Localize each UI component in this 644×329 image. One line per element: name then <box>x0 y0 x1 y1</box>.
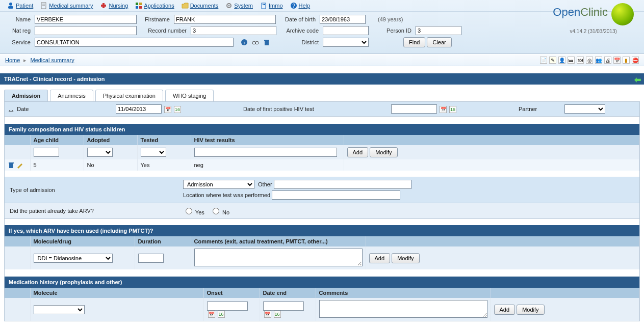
recnum-field[interactable] <box>191 26 276 35</box>
note-icon[interactable]: 📄 <box>540 57 547 64</box>
adopted-select[interactable] <box>87 148 113 157</box>
duration-input[interactable] <box>138 254 164 263</box>
calendar-picker-icon[interactable]: 📅 <box>164 106 171 113</box>
molecule-select[interactable]: DDI = Didanosine <box>34 254 113 263</box>
location-field[interactable] <box>272 190 400 200</box>
label-personid: Person ID <box>381 28 411 34</box>
menu-system[interactable]: System <box>225 2 253 9</box>
binoculars-icon[interactable] <box>252 39 259 46</box>
arv-question-row: Did the patient already take ARV? Yes No <box>5 203 639 219</box>
arv-table: Molecule/drug Duration Comments (exit, a… <box>5 236 639 269</box>
medhist-modify-button[interactable]: Modify <box>517 305 544 315</box>
table-input-row: DDI = Didanosine Add Modify <box>5 246 639 269</box>
menu-nursing[interactable]: Nursing <box>100 2 128 9</box>
page-title: TRACnet - Clinical record - admission ⬅ <box>0 73 644 85</box>
menu-documents[interactable]: Documents <box>182 2 219 9</box>
calendar-icon[interactable]: 📅 <box>613 57 621 64</box>
info-icon[interactable]: i <box>241 39 248 46</box>
edit-icon[interactable]: ✎ <box>549 57 556 64</box>
today-icon[interactable]: 16 <box>274 311 281 318</box>
date-field[interactable] <box>116 104 162 114</box>
menu-immo[interactable]: Immo <box>260 2 283 9</box>
archive-field[interactable] <box>323 26 369 35</box>
delete-row-icon[interactable] <box>8 161 15 169</box>
user-icon[interactable]: 👤 <box>558 57 565 64</box>
dateend-input[interactable] <box>263 301 304 311</box>
help-icon: ? <box>290 2 297 9</box>
food-icon[interactable]: 🍽 <box>577 57 584 64</box>
document-icon <box>40 2 47 9</box>
tab-admission[interactable]: Admission <box>4 90 48 101</box>
arv-title: If yes, which ARV have been used (includ… <box>5 225 639 236</box>
table-input-row: 📅 16 📅 16 Add Modify <box>5 298 639 321</box>
medhist-molecule-select[interactable] <box>34 305 85 314</box>
age-input[interactable] <box>34 148 59 157</box>
today-icon[interactable]: 16 <box>449 106 456 113</box>
menu-medical-summary[interactable]: Medical summary <box>40 2 93 9</box>
natreg-field[interactable] <box>35 26 137 35</box>
label-archive: Archive code <box>280 28 319 34</box>
calendar-picker-icon[interactable]: 📅 <box>208 311 215 318</box>
today-icon[interactable]: 16 <box>174 106 181 113</box>
arv-add-button[interactable]: Add <box>369 253 391 263</box>
first-hiv-field[interactable] <box>391 104 437 114</box>
target-icon[interactable]: ◎ <box>586 57 593 64</box>
stripe-icon[interactable]: ▮ <box>623 57 630 64</box>
tested-select[interactable] <box>141 148 166 157</box>
ellipsis-link[interactable]: ... <box>9 106 13 112</box>
medhist-add-button[interactable]: Add <box>494 305 516 315</box>
svg-rect-6 <box>101 5 106 7</box>
comments-input[interactable] <box>194 249 363 266</box>
clear-button[interactable]: Clear <box>427 37 451 47</box>
back-arrow-icon[interactable]: ⬅ <box>634 75 641 85</box>
menu-applications[interactable]: Applications <box>135 2 174 9</box>
arv-question-label: Did the patient already take ARV? <box>10 208 183 214</box>
dob-field[interactable] <box>320 15 366 24</box>
district-select[interactable] <box>323 38 369 47</box>
breadcrumb-home[interactable]: Home <box>5 57 20 63</box>
tab-physical[interactable]: Physical examination <box>95 90 163 101</box>
stop-icon[interactable]: ⛔ <box>632 57 639 64</box>
print-icon[interactable]: 🖨 <box>604 57 611 64</box>
arv-modify-button[interactable]: Modify <box>392 253 419 263</box>
partner-select[interactable] <box>564 104 605 114</box>
firstname-field[interactable] <box>174 15 276 24</box>
calendar-picker-icon[interactable]: 📅 <box>264 311 271 318</box>
name-field[interactable] <box>35 15 137 24</box>
tab-anamnesis[interactable]: Anamnesis <box>50 90 93 101</box>
building-icon <box>260 2 267 9</box>
find-button[interactable]: Find <box>403 37 425 47</box>
other-field[interactable] <box>274 180 411 189</box>
breadcrumb-current[interactable]: Medical summary <box>30 57 74 63</box>
medhist-table: Molecule Onset Date end Comments 📅 16 📅 … <box>5 288 639 321</box>
logo: OpenClinic v4.14.2 (31/03/2013) <box>553 3 634 34</box>
admission-date-row: ... Date 📅 16 Date of first positive HIV… <box>5 102 639 117</box>
menu-patient[interactable]: Patient <box>7 2 33 9</box>
menu-label: Help <box>299 3 311 9</box>
edit-row-icon[interactable] <box>16 161 23 169</box>
people-icon[interactable]: 👥 <box>595 57 602 64</box>
arv-yes[interactable]: Yes <box>183 209 204 215</box>
onset-input[interactable] <box>207 301 248 311</box>
page-title-text: TRACnet - Clinical record - admission <box>4 76 105 82</box>
tab-content: ... Date 📅 16 Date of first positive HIV… <box>4 101 640 321</box>
arv-yes-radio[interactable] <box>186 208 192 214</box>
admission-type-select[interactable]: Admission <box>183 180 254 189</box>
menu-help[interactable]: ? Help <box>290 2 311 9</box>
results-input[interactable] <box>194 148 337 157</box>
arv-no[interactable]: No <box>210 209 229 215</box>
calendar-picker-icon[interactable]: 📅 <box>440 106 447 113</box>
personid-field[interactable] <box>416 26 461 35</box>
hdr-age: Age child <box>30 135 84 145</box>
family-add-button[interactable]: Add <box>347 147 369 157</box>
today-icon[interactable]: 16 <box>218 311 225 318</box>
medhist-comments[interactable] <box>319 300 487 318</box>
delete-icon[interactable] <box>263 39 270 46</box>
service-field[interactable] <box>35 38 234 47</box>
tab-who[interactable]: WHO staging <box>165 90 214 101</box>
svg-point-12 <box>228 5 230 7</box>
bed-icon[interactable]: 🛏 <box>568 57 575 64</box>
family-table: Age child Adopted Tested HIV test result… <box>5 135 639 171</box>
family-modify-button[interactable]: Modify <box>370 147 397 157</box>
arv-no-radio[interactable] <box>213 208 219 214</box>
